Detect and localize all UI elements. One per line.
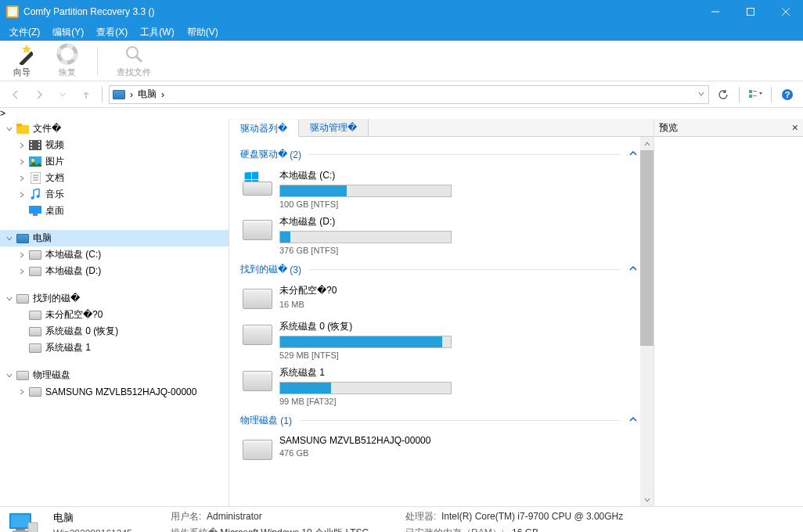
- wizard-button[interactable]: 向导: [6, 41, 38, 80]
- disk-icon: [28, 325, 42, 338]
- menu-help[interactable]: 帮助(V): [181, 24, 225, 41]
- status-ram: 16 GB: [512, 527, 538, 532]
- disk-icon: [240, 215, 275, 245]
- drive-samsung[interactable]: SAMSUNG MZVLB512HAJQ-00000 476 GB: [240, 432, 633, 468]
- back-button[interactable]: [6, 85, 25, 104]
- chevron-right-icon[interactable]: [16, 386, 28, 398]
- group-hdd[interactable]: 硬盘驱动� (2): [240, 143, 654, 166]
- scroll-down-icon[interactable]: [640, 493, 654, 506]
- svg-rect-34: [33, 214, 38, 216]
- tree-samsung[interactable]: SAMSUNG MZVLB512HAJQ-00000: [0, 383, 229, 400]
- drive-sys1[interactable]: 系统磁盘 1 99 MB [FAT32]: [240, 363, 633, 409]
- group-physical-count: (1): [280, 415, 292, 426]
- app-icon: [6, 5, 19, 18]
- drive-unalloc[interactable]: 未分配空�?0 16 MB: [240, 281, 633, 317]
- window-controls: [697, 0, 803, 23]
- status-os-label: 操作系统�: [171, 527, 218, 532]
- chevron-up-icon[interactable]: [628, 264, 638, 275]
- view-button[interactable]: [746, 85, 765, 104]
- tree-documents[interactable]: 文档: [0, 170, 229, 186]
- chevron-down-icon[interactable]: [3, 369, 16, 382]
- usage-bar: [279, 185, 452, 197]
- desktop-icon: [28, 205, 42, 217]
- tree-music[interactable]: 音乐: [0, 186, 229, 203]
- refresh-button[interactable]: [714, 85, 733, 104]
- menu-tools[interactable]: 工具(W): [134, 24, 180, 41]
- status-ram-label: 已安装的内存（RAM）:: [405, 527, 504, 532]
- menu-edit[interactable]: 编辑(Y): [46, 24, 90, 41]
- tree-sys0[interactable]: 系统磁盘 0 (恢复): [0, 323, 229, 340]
- address-bar[interactable]: › 电脑 ›: [109, 85, 709, 104]
- chevron-up-icon[interactable]: [628, 149, 638, 160]
- help-button[interactable]: ?: [778, 85, 797, 104]
- disk-icon: [240, 284, 275, 314]
- chevron-up-icon[interactable]: [628, 415, 638, 426]
- menu-file[interactable]: 文件(Z): [3, 24, 46, 41]
- disk-icon: [28, 249, 42, 261]
- forward-button[interactable]: [30, 85, 49, 104]
- group-physical[interactable]: 物理磁盘 (1): [240, 409, 654, 432]
- chevron-right-icon[interactable]: [16, 189, 28, 201]
- address-text: 电脑: [138, 88, 157, 101]
- chevron-right-icon[interactable]: [16, 265, 28, 278]
- drive-list[interactable]: 硬盘驱动� (2) 本地磁盘 (C:) 100 GB [NTFS] 本地磁盘 (…: [229, 137, 654, 506]
- tab-drive-mgmt[interactable]: 驱动管理�: [299, 119, 369, 136]
- chevron-right-icon[interactable]: [16, 156, 28, 168]
- status-title: 电脑: [53, 511, 171, 525]
- tree-physical-root[interactable]: 物理磁盘: [0, 367, 229, 383]
- tree-found-root[interactable]: 找到的磁�: [0, 290, 229, 307]
- menu-bar: 文件(Z) 编辑(Y) 查看(X) 工具(W) 帮助(V): [0, 23, 803, 41]
- scrollbar[interactable]: [640, 137, 654, 506]
- status-cpu-label: 处理器:: [405, 511, 436, 522]
- chevron-right-icon[interactable]: [16, 139, 28, 152]
- up-button[interactable]: [77, 85, 95, 104]
- svg-rect-21: [31, 147, 32, 149]
- tree-video[interactable]: 视频: [0, 137, 229, 153]
- tab-drive-list[interactable]: 驱动器列�: [229, 120, 299, 137]
- drive-sys0[interactable]: 系统磁盘 0 (恢复) 529 MB [NTFS]: [240, 317, 633, 363]
- tree-local-c[interactable]: 本地磁盘 (C:): [0, 246, 229, 263]
- close-icon[interactable]: ×: [792, 121, 798, 134]
- computer-icon: [113, 90, 125, 99]
- address-dropdown[interactable]: [697, 89, 705, 100]
- drive-c[interactable]: 本地磁盘 (C:) 100 GB [NTFS]: [240, 166, 633, 212]
- svg-rect-12: [749, 95, 752, 98]
- history-dropdown[interactable]: [53, 85, 72, 104]
- group-found-label: 找到的磁�: [240, 263, 287, 276]
- svg-text:?: ?: [785, 90, 790, 99]
- center-panel: 驱动器列� 驱动管理� 硬盘驱动� (2) 本地磁盘 (C:) 100 GB […: [229, 119, 654, 506]
- recover-button: 恢复: [52, 41, 83, 80]
- windows-disk-icon: [240, 169, 275, 199]
- tree-sys1[interactable]: 系统磁盘 1: [0, 340, 229, 356]
- window-title: Comfy Partition Recovery 3.3 (): [23, 6, 697, 17]
- chevron-right-icon[interactable]: [16, 172, 28, 185]
- chevron-down-icon[interactable]: [3, 232, 16, 245]
- group-found[interactable]: 找到的磁� (3): [240, 258, 654, 281]
- disk-icon: [16, 369, 30, 382]
- tree-local-d[interactable]: 本地磁盘 (D:): [0, 263, 229, 279]
- group-physical-label: 物理磁盘: [240, 414, 278, 427]
- wizard-label: 向导: [13, 66, 31, 78]
- close-button[interactable]: [768, 0, 803, 23]
- status-os: Microsoft Windows 10 企业版 LTSC: [220, 527, 369, 532]
- find-label: 查找文件: [117, 66, 151, 78]
- tree-unalloc[interactable]: 未分配空�?0: [0, 307, 229, 323]
- scroll-up-icon[interactable]: [640, 137, 654, 150]
- chevron-down-icon[interactable]: [3, 123, 16, 135]
- svg-marker-5: [22, 45, 31, 53]
- tree-computer[interactable]: 电脑: [0, 230, 229, 246]
- drive-d[interactable]: 本地磁盘 (D:) 376 GB [NTFS]: [240, 212, 633, 258]
- chevron-down-icon[interactable]: [3, 293, 16, 305]
- menu-view[interactable]: 查看(X): [90, 24, 134, 41]
- tree-desktop[interactable]: 桌面: [0, 203, 229, 219]
- minimize-button[interactable]: [697, 0, 733, 23]
- status-bar: 电脑 Win202008161345 用户名: Administrator 操作…: [0, 506, 803, 532]
- tree-files-root[interactable]: 文件�: [0, 120, 229, 137]
- scroll-thumb[interactable]: [640, 150, 654, 346]
- tree-pictures[interactable]: 图片: [0, 153, 229, 170]
- group-found-count: (3): [290, 264, 301, 275]
- sidebar-tree[interactable]: 文件� 视频 图片 文档 音乐 桌面: [0, 119, 229, 506]
- maximize-button[interactable]: [733, 0, 768, 23]
- chevron-right-icon[interactable]: [16, 249, 28, 261]
- disk-icon: [28, 342, 42, 354]
